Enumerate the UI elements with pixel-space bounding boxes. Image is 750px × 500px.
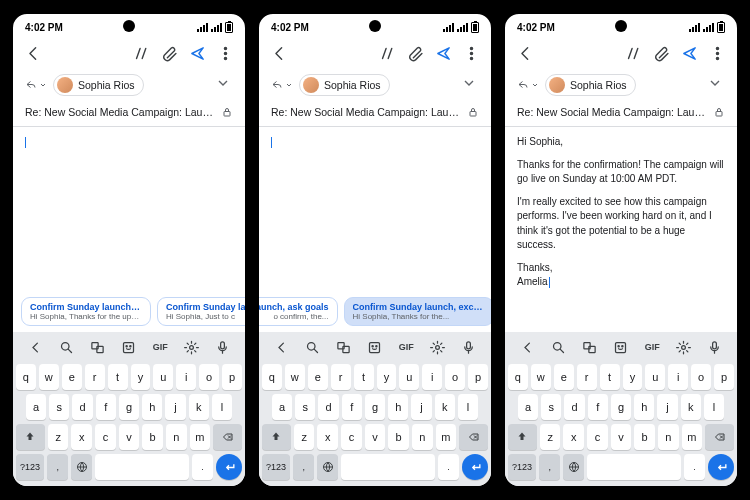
- key-v[interactable]: v: [365, 424, 386, 450]
- settings-icon[interactable]: [429, 338, 447, 356]
- key-n[interactable]: n: [166, 424, 187, 450]
- key-i[interactable]: i: [176, 364, 196, 390]
- key-special[interactable]: ,: [293, 454, 314, 480]
- key-special[interactable]: ,: [47, 454, 68, 480]
- key-space[interactable]: [587, 454, 681, 480]
- key-m[interactable]: m: [436, 424, 457, 450]
- key-w[interactable]: w: [531, 364, 551, 390]
- key-a[interactable]: a: [272, 394, 292, 420]
- key-a[interactable]: a: [518, 394, 538, 420]
- key-j[interactable]: j: [411, 394, 431, 420]
- key-b[interactable]: b: [388, 424, 409, 450]
- sticker-icon[interactable]: [612, 338, 630, 356]
- key-s[interactable]: s: [541, 394, 561, 420]
- search-icon[interactable]: [549, 338, 567, 356]
- back-button[interactable]: [513, 41, 537, 65]
- key-g[interactable]: g: [119, 394, 139, 420]
- key-a[interactable]: a: [26, 394, 46, 420]
- mic-icon[interactable]: [460, 338, 478, 356]
- key-o[interactable]: o: [445, 364, 465, 390]
- key-y[interactable]: y: [377, 364, 397, 390]
- key-z[interactable]: z: [294, 424, 315, 450]
- back-button[interactable]: [267, 41, 291, 65]
- sticker-icon[interactable]: [120, 338, 138, 356]
- key-b[interactable]: b: [142, 424, 163, 450]
- key-q[interactable]: q: [262, 364, 282, 390]
- key-123[interactable]: ?123: [16, 454, 44, 480]
- settings-icon[interactable]: [675, 338, 693, 356]
- key-v[interactable]: v: [119, 424, 140, 450]
- key-special[interactable]: ,: [539, 454, 560, 480]
- magic-compose-button[interactable]: [621, 41, 645, 65]
- key-o[interactable]: o: [691, 364, 711, 390]
- key-k[interactable]: k: [189, 394, 209, 420]
- magic-compose-button[interactable]: [129, 41, 153, 65]
- attach-button[interactable]: [157, 41, 181, 65]
- key-f[interactable]: f: [342, 394, 362, 420]
- key-special[interactable]: .: [684, 454, 705, 480]
- search-icon[interactable]: [303, 338, 321, 356]
- translate-icon[interactable]: [335, 338, 353, 356]
- key-svgwidth13height13viewBox002424fillnonestrokefffstrokewidth25pathdM206v6H7M118l4444svg[interactable]: [462, 454, 488, 480]
- key-u[interactable]: u: [153, 364, 173, 390]
- magic-compose-button[interactable]: [375, 41, 399, 65]
- key-h[interactable]: h: [634, 394, 654, 420]
- key-f[interactable]: f: [588, 394, 608, 420]
- key-d[interactable]: d: [318, 394, 338, 420]
- key-t[interactable]: t: [354, 364, 374, 390]
- recipient-chip[interactable]: Sophia Rios: [299, 74, 390, 96]
- key-h[interactable]: h: [142, 394, 162, 420]
- suggestion-chip[interactable]: Confirm Sunday laHi Sophia, Just to c: [157, 297, 245, 326]
- key-special[interactable]: .: [438, 454, 459, 480]
- reply-mode-toggle[interactable]: [515, 79, 539, 91]
- send-button[interactable]: [431, 41, 455, 65]
- mic-icon[interactable]: [214, 338, 232, 356]
- key-o[interactable]: o: [199, 364, 219, 390]
- expand-recipients-button[interactable]: [461, 75, 481, 95]
- key-svgwidth14height12viewBox002424fillnonestroke3c4043strokewidth2pathdM206H9l6666h11zpathdM129l66M189l66svg[interactable]: [459, 424, 488, 450]
- chevron-left-icon[interactable]: [272, 338, 290, 356]
- key-n[interactable]: n: [412, 424, 433, 450]
- key-e[interactable]: e: [308, 364, 328, 390]
- send-button[interactable]: [677, 41, 701, 65]
- key-d[interactable]: d: [564, 394, 584, 420]
- expand-recipients-button[interactable]: [215, 75, 235, 95]
- key-x[interactable]: x: [71, 424, 92, 450]
- key-t[interactable]: t: [108, 364, 128, 390]
- key-c[interactable]: c: [341, 424, 362, 450]
- key-i[interactable]: i: [668, 364, 688, 390]
- key-c[interactable]: c: [95, 424, 116, 450]
- compose-body[interactable]: [13, 127, 245, 297]
- key-d[interactable]: d: [72, 394, 92, 420]
- key-space[interactable]: [341, 454, 435, 480]
- search-icon[interactable]: [57, 338, 75, 356]
- overflow-menu-button[interactable]: [705, 41, 729, 65]
- key-l[interactable]: l: [458, 394, 478, 420]
- key-j[interactable]: j: [165, 394, 185, 420]
- key-c[interactable]: c: [587, 424, 608, 450]
- key-z[interactable]: z: [540, 424, 561, 450]
- key-x[interactable]: x: [317, 424, 338, 450]
- key-svgwidth13height13viewBox002424fillnonestrokefffstrokewidth25pathdM206v6H7M118l4444svg[interactable]: [708, 454, 734, 480]
- key-f[interactable]: f: [96, 394, 116, 420]
- key-l[interactable]: l: [704, 394, 724, 420]
- key-u[interactable]: u: [399, 364, 419, 390]
- key-i[interactable]: i: [422, 364, 442, 390]
- reply-mode-toggle[interactable]: [269, 79, 293, 91]
- expand-recipients-button[interactable]: [707, 75, 727, 95]
- send-button[interactable]: [185, 41, 209, 65]
- key-r[interactable]: r: [85, 364, 105, 390]
- chevron-left-icon[interactable]: [518, 338, 536, 356]
- key-svgwidth12height12viewBox002424fillnonestroke3c4043strokewidth2circlecx12cy12r9pathdM312h18M123a1414001018M123a1414000018svg[interactable]: [71, 454, 92, 480]
- gif-icon[interactable]: GIF: [397, 338, 415, 356]
- recipient-chip[interactable]: Sophia Rios: [53, 74, 144, 96]
- key-r[interactable]: r: [577, 364, 597, 390]
- compose-body[interactable]: [259, 127, 491, 297]
- key-123[interactable]: ?123: [262, 454, 290, 480]
- suggestion-chip-selected[interactable]: Confirm Sunday launch, excited.Hi Sophia…: [344, 297, 491, 326]
- key-w[interactable]: w: [39, 364, 59, 390]
- translate-icon[interactable]: [89, 338, 107, 356]
- attach-button[interactable]: [649, 41, 673, 65]
- suggestion-chip[interactable]: Confirm Sunday launch, sugge...Hi Sophia…: [21, 297, 151, 326]
- key-s[interactable]: s: [49, 394, 69, 420]
